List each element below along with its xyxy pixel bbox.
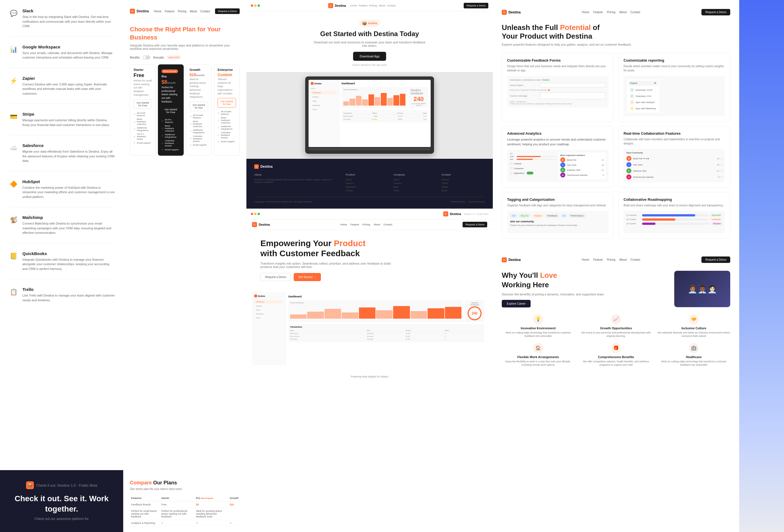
emp-table-header: Name Role Amount Status	[290, 329, 483, 332]
nav-logo-icon: D	[328, 3, 333, 8]
plan-starter: Starter Free Perfect for small teams sta…	[130, 64, 156, 156]
dash-item-tasks[interactable]: Tasks	[311, 100, 337, 103]
pro-btn[interactable]: Get started for Free	[162, 106, 180, 116]
export-xlsx[interactable]: X Download .XLSX	[628, 87, 658, 93]
xlsx-icon: X	[630, 88, 634, 92]
dash-charts-row: Vendor breakdown Vendors monitored 240 y…	[342, 87, 428, 108]
dash-logo-row: Destina	[311, 82, 337, 85]
nav-cta-btn[interactable]: Request a Demo	[464, 3, 488, 8]
bar	[445, 307, 461, 319]
footer-top-row: D Destina	[254, 164, 485, 169]
careers-text: Why You'll LoveWorking Here Discover the…	[502, 271, 669, 307]
innovative-icon: 💡	[533, 314, 543, 324]
forms-preview: Submission confirmation email Enabled Em…	[507, 76, 609, 108]
dash-item-projects[interactable]: Projects	[311, 95, 337, 99]
empowering-nav: D Destina Destina 1.0 · Public Beta	[246, 208, 493, 220]
footer-logo-text: Destina	[260, 165, 273, 169]
careers-nav-cta[interactable]: Request a Demo	[701, 256, 730, 263]
export-mailchimp[interactable]: M Sync with Mailchimp	[628, 105, 658, 111]
compare-table: Features Starter Pro Most Popular Growth…	[130, 495, 240, 526]
growth-btn[interactable]: Get started for free	[190, 102, 208, 111]
dash-item-reporting[interactable]: Reporting	[311, 104, 337, 107]
forms-title: Customizable Feedback Forms	[507, 58, 609, 62]
healthcare-icon: 🏥	[689, 343, 699, 353]
features-nav-cta[interactable]: Request a Demo	[701, 9, 730, 16]
get-started-subtitle: Download our tools and resources to empo…	[314, 40, 426, 47]
collab-members-list: Slack Community B Bella Poll ✦ ♦ ♣ 42 0 …	[626, 152, 722, 179]
pricing-header: Choose the Right Plan for Your Business …	[130, 26, 240, 50]
features-logo-icon: D	[502, 10, 507, 15]
footer-about-title: About	[254, 173, 341, 176]
inclusive-desc: We celebrate diversity and foster an inc…	[657, 331, 730, 338]
dash-menu-label: MENU	[311, 88, 337, 89]
mailchimp-icon: M	[630, 106, 634, 110]
emp-dash-sidebar: Destina Dashboard Projects Tasks Reporti…	[252, 292, 286, 365]
collab-preview: Slack Community B Bella Poll ✦ ♦ ♣ 42 0 …	[623, 149, 725, 182]
emp-nav-cta[interactable]: Request a Demo	[463, 222, 487, 227]
laptop-base	[309, 148, 431, 150]
pricing-nav-cta[interactable]: Request a Demo	[215, 8, 240, 14]
emp-dashboard-preview: Destina Dashboard Projects Tasks Reporti…	[252, 292, 487, 365]
flexible-desc: Enjoy the flexibility to work in a way t…	[502, 360, 575, 367]
download-btn[interactable]: Download App	[353, 52, 386, 61]
bar	[307, 312, 324, 319]
bar	[349, 99, 355, 106]
dash-gauge: Vendors monitored 240 you've almost reac…	[409, 87, 428, 108]
features-header: Unleash the Full Potential ofYour Produc…	[502, 23, 730, 46]
bar	[393, 306, 410, 319]
features-grid: Customizable Feedback Forms Design forms…	[502, 53, 730, 239]
pricing-nav: D Destina Home Feature Pricing About Con…	[130, 8, 240, 19]
tag-feedback: Feedback	[545, 214, 559, 218]
footer-col-product: Product Home Feature Integration Pricing	[345, 173, 389, 193]
export-csv[interactable]: C Download .CSV	[628, 93, 658, 99]
dash-item-users[interactable]: Users	[311, 108, 337, 111]
benefit-growth: 📈 Growth Opportunities We invest in your…	[580, 314, 652, 338]
compare-headline: Compare Our Plans	[130, 480, 240, 486]
benefits-icon: 🎁	[611, 343, 621, 353]
table-row-1: Monthly Budget Active $1,200 Jan 1	[343, 115, 427, 118]
footer-bottom: Copyright © 2024 Destina Software Inc. A…	[254, 197, 485, 203]
bar	[362, 100, 368, 106]
tagging-title: Tagging and Categorization	[507, 197, 609, 202]
dash-logo-dot	[311, 82, 314, 85]
innovative-desc: Work on cutting-edge technology that tra…	[502, 331, 575, 338]
dash-table: Transaction Status Amount Date Monthly B…	[342, 110, 428, 122]
dash-title: Dashboard	[342, 82, 428, 85]
benefit-inclusive: 🤝 Inclusive Culture We celebrate diversi…	[657, 314, 730, 338]
starter-btn[interactable]: Get started for Free	[134, 100, 152, 109]
emp-vendor-chart: Vendor breakdown	[288, 300, 463, 322]
analytics-chart-preview: SO CRM EML	[510, 152, 606, 179]
feature-card-analytics: Advanced Analytics Leverage powerful ana…	[502, 126, 614, 188]
dash-item-dashboard[interactable]: Dashboard	[311, 91, 337, 94]
export-btn[interactable]: Export ▼	[628, 81, 658, 86]
col3-panel: D Destina Home Feature Pricing About Con…	[246, 0, 493, 532]
emp-demo-btn[interactable]: Request a Demo	[260, 273, 291, 281]
integration-icon-hubspot: 🔶	[8, 179, 19, 189]
plan-growth: Growth $16/month Ideal for growing teams…	[186, 64, 212, 156]
integration-icon-trello: 📋	[8, 287, 19, 297]
feature-card-reporting: Customizable reporting Decide which acti…	[618, 53, 730, 121]
features-nav-logo: D Destina	[502, 10, 521, 15]
bar	[356, 96, 362, 106]
emp-started-btn[interactable]: Get Started →	[294, 273, 321, 281]
export-hubspot[interactable]: H Sync with HubSpot	[628, 99, 658, 105]
integration-icon-mailchimp: 🐒	[8, 215, 19, 225]
careers-nav-links: Home Feature Pricing About Contact	[582, 258, 640, 261]
explore-career-btn[interactable]: Explore Career	[502, 300, 531, 307]
feature-card-collab: Real-time Collaboration Features Collabo…	[618, 126, 730, 188]
compare-section: Compare Our Plans See which plan fits yo…	[123, 474, 246, 532]
feature-card-tagging: Tagging and Categorization Organize feed…	[502, 192, 614, 239]
flexible-title: Flexible Work Arrangements	[502, 355, 575, 359]
col2-panel: D Destina Home Feature Pricing About Con…	[123, 0, 246, 532]
laptop-screen: Destina MENU Dashboard Projects Tasks Re…	[309, 80, 431, 147]
careers-logo-text: Destina	[508, 258, 521, 262]
enterprise-btn[interactable]: Get started for free	[218, 98, 236, 108]
reporting-preview: Export ▼ X Download .XLSX C Download .CS…	[623, 76, 725, 116]
feature-card-roadmap: Collaborative Roadmapping Build and shar…	[618, 192, 730, 239]
careers-logo-icon: D	[502, 257, 507, 262]
careers-people: 👩🏽‍💼 👨🏾‍💼 👩🏻‍💼	[685, 282, 720, 297]
get-started-section: D Destina Home Feature Pricing About Con…	[246, 0, 493, 159]
emp-nav-logo: D Destina Destina 1.0 · Public Beta	[443, 212, 488, 217]
download-subtext: search destina in the app store	[258, 63, 482, 66]
empowering-nav2: D Destina Home Feature Pricing About Con…	[246, 220, 493, 230]
